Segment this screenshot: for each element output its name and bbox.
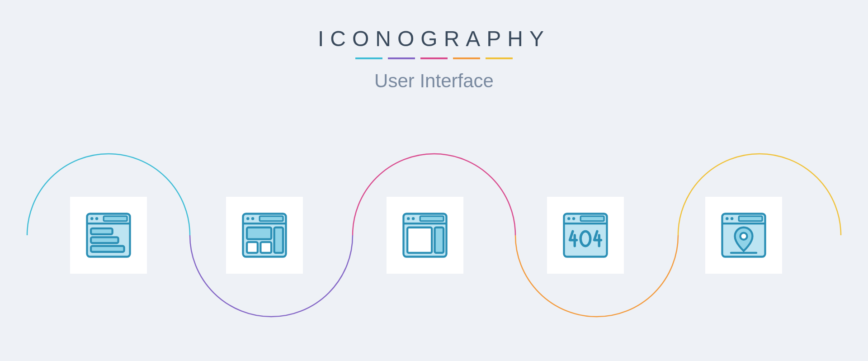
- icon-card-5: [705, 197, 782, 274]
- underline-seg-1: [355, 57, 382, 59]
- svg-rect-16: [260, 242, 271, 253]
- svg-point-26: [567, 217, 570, 220]
- underline-seg-5: [486, 57, 513, 59]
- svg-point-19: [407, 217, 410, 220]
- svg-rect-4: [104, 216, 127, 221]
- svg-rect-13: [247, 228, 271, 239]
- svg-rect-15: [247, 242, 258, 253]
- svg-point-2: [90, 217, 93, 220]
- svg-rect-5: [91, 228, 113, 234]
- svg-point-32: [726, 217, 728, 220]
- svg-point-11: [251, 217, 254, 220]
- svg-rect-12: [259, 216, 283, 221]
- svg-rect-28: [580, 216, 604, 221]
- browser-left-align-icon: [84, 211, 133, 260]
- svg-rect-22: [407, 228, 432, 253]
- browser-sidebar-layout-icon: [240, 211, 289, 260]
- svg-rect-7: [91, 246, 124, 252]
- page-subtitle: User Interface: [0, 70, 868, 92]
- svg-point-33: [731, 217, 733, 220]
- icon-card-2: [226, 197, 303, 274]
- browser-404-icon: [561, 211, 610, 260]
- underline-seg-4: [453, 57, 480, 59]
- icon-card-3: [387, 197, 463, 274]
- svg-point-20: [412, 217, 415, 220]
- svg-rect-34: [739, 216, 762, 221]
- browser-right-panel-icon: [401, 211, 449, 260]
- svg-point-35: [740, 233, 747, 240]
- svg-point-10: [246, 217, 249, 220]
- underline-seg-2: [388, 57, 415, 59]
- header: ICONOGRAPHY User Interface: [0, 0, 868, 92]
- svg-point-27: [572, 217, 575, 220]
- svg-rect-21: [420, 216, 443, 221]
- icon-stage: [0, 118, 868, 344]
- browser-location-icon: [719, 211, 768, 260]
- svg-rect-6: [91, 237, 118, 243]
- svg-rect-23: [435, 228, 443, 253]
- svg-point-3: [95, 217, 98, 220]
- icon-card-1: [70, 197, 147, 274]
- svg-rect-14: [274, 228, 283, 253]
- icon-card-4: [547, 197, 624, 274]
- title-underline: [0, 57, 868, 59]
- underline-seg-3: [420, 57, 448, 59]
- page-title: ICONOGRAPHY: [0, 26, 868, 51]
